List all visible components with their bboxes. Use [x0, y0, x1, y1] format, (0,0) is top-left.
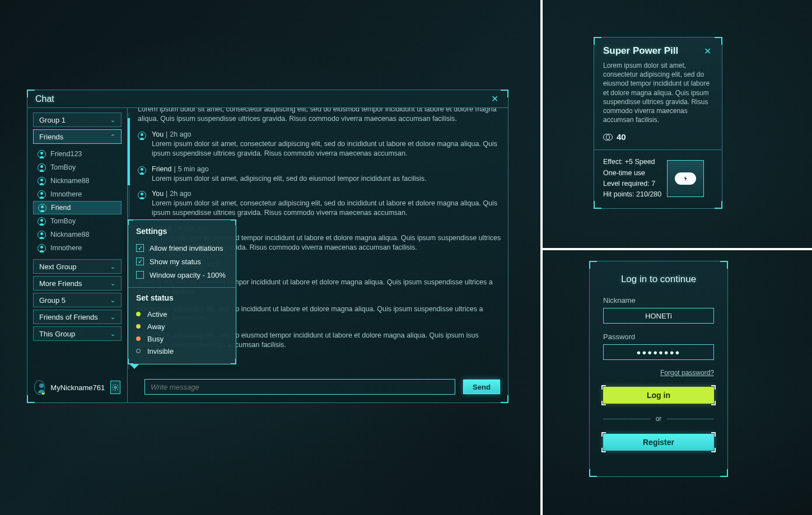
- status-option[interactable]: Invisible: [136, 345, 228, 357]
- status-option[interactable]: Away: [136, 320, 228, 333]
- avatar-icon: [138, 191, 146, 199]
- status-dot-icon: [136, 349, 141, 353]
- chevron-down-icon: ⌄: [110, 297, 115, 304]
- status-dot-icon: [41, 391, 45, 395]
- message: Lorem ipsum dolor sit amet, consectetur …: [138, 108, 502, 124]
- scrollbar-thumb[interactable]: [128, 118, 130, 185]
- item-title: Super Power Pill: [603, 45, 678, 57]
- password-label: Password: [603, 333, 714, 341]
- group-collapsed[interactable]: Group 5⌄: [33, 293, 122, 307]
- status-option[interactable]: Active: [136, 308, 228, 320]
- login-panel: Log in to continue Nickname Password For…: [589, 261, 728, 477]
- friend-item[interactable]: Friend123: [33, 147, 122, 161]
- message: Friend|5 min agoLorem ipsum dolor sit am…: [138, 165, 502, 184]
- avatar-icon: [38, 190, 46, 199]
- status-label: Active: [147, 310, 167, 319]
- or-divider: or: [603, 415, 714, 423]
- divider: [594, 149, 722, 150]
- group-collapsed[interactable]: More Friends⌄: [33, 276, 122, 291]
- login-button[interactable]: Log in: [603, 387, 714, 404]
- layout-divider-horizontal: [543, 248, 812, 250]
- message-time: 2h ago: [170, 190, 191, 198]
- status-label: Away: [147, 322, 165, 331]
- sidebar-footer: MyNickname761: [33, 377, 122, 398]
- price-value: 40: [617, 132, 626, 142]
- chat-title: Chat: [35, 94, 54, 104]
- friend-item[interactable]: Nickname88: [33, 228, 122, 241]
- status-dot-icon: [136, 324, 141, 329]
- friend-name: Friend123: [50, 150, 82, 158]
- chevron-down-icon: ⌄: [110, 263, 115, 270]
- setting-option[interactable]: Allow friend invitiations: [136, 241, 228, 255]
- item-price: 40: [603, 132, 713, 142]
- friend-item[interactable]: Nickname88: [33, 174, 122, 188]
- message-body: Lorem ipsum dolor sit amet, consectetur …: [152, 139, 502, 158]
- friend-item-selected[interactable]: Friend: [33, 201, 122, 214]
- friend-name: Imnothere: [50, 190, 82, 198]
- group-collapsed[interactable]: Friends of Friends⌄: [33, 310, 122, 324]
- stat-hp: Hit points: 210/280: [603, 189, 661, 200]
- group-label: Group 5: [39, 296, 66, 305]
- chevron-down-icon: ⌄: [110, 330, 115, 338]
- send-button[interactable]: Send: [463, 380, 500, 394]
- status-label: Invisible: [147, 347, 174, 355]
- friend-item[interactable]: TomBoy: [33, 214, 122, 228]
- chevron-up-icon: ⌃: [110, 133, 115, 141]
- my-avatar: [34, 380, 45, 395]
- message-meta: You|2h ago: [152, 130, 502, 138]
- gear-icon: [111, 383, 119, 391]
- chat-sidebar: Group 1 ⌄ Friends ⌃ Friend123 TomBoy Nic…: [27, 108, 127, 402]
- message-body: Lorem ipsum dolor sit amet, consectetur …: [138, 108, 502, 124]
- friend-name: TomBoy: [50, 163, 76, 171]
- friend-name: Friend: [51, 204, 71, 212]
- avatar-icon: [38, 177, 46, 185]
- close-icon[interactable]: ✕: [489, 93, 500, 105]
- setting-label: Allow friend invitiations: [150, 244, 223, 252]
- avatar-icon: [38, 204, 46, 212]
- status-option[interactable]: Busy: [136, 333, 228, 345]
- friend-name: Nickname88: [50, 177, 89, 185]
- message: You|2h agoLorem ipsum dolor sit amet, co…: [138, 130, 502, 158]
- setting-option[interactable]: Show my status: [136, 255, 228, 268]
- login-button-label: Log in: [647, 391, 670, 400]
- message-input[interactable]: [144, 379, 455, 395]
- password-input[interactable]: [603, 344, 714, 360]
- message-body: Lorem ipsum dolor sit amet, adipiscing e…: [152, 174, 502, 184]
- status-title: Set status: [136, 293, 228, 302]
- chat-header: Chat ✕: [27, 90, 508, 108]
- chevron-down-icon: ⌄: [110, 116, 115, 124]
- message-sender: You: [152, 190, 164, 198]
- friend-item[interactable]: TomBoy: [33, 161, 122, 174]
- settings-button[interactable]: [110, 381, 120, 394]
- group-collapsed[interactable]: This Group⌄: [33, 326, 122, 341]
- register-button[interactable]: Register: [603, 434, 714, 451]
- compose-row: Send: [128, 373, 508, 402]
- group-label: Friends: [39, 133, 63, 141]
- settings-popover: Settings Allow friend invitiations Show …: [128, 219, 236, 364]
- stat-effect: Effect: +5 Speed: [603, 157, 661, 167]
- group-label: More Friends: [39, 279, 82, 288]
- checkbox-icon: [136, 258, 144, 265]
- group-label: Group 1: [39, 116, 66, 124]
- avatar-icon: [38, 150, 46, 158]
- or-label: or: [656, 415, 662, 423]
- avatar-icon: [38, 163, 46, 172]
- friend-name: TomBoy: [50, 217, 76, 225]
- nickname-label: Nickname: [603, 296, 714, 305]
- message-sender: Friend: [152, 165, 171, 173]
- message-body: Lorem ipsum dolor sit amet, consectetur …: [152, 199, 502, 218]
- friend-item[interactable]: Imnothere: [33, 241, 122, 255]
- group-collapsed[interactable]: Next Group⌄: [33, 259, 122, 274]
- register-button-label: Register: [643, 438, 674, 447]
- friend-name: Imnothere: [50, 244, 82, 252]
- setting-option[interactable]: Window opacity - 100%: [136, 268, 228, 282]
- pill-icon: [675, 172, 696, 185]
- avatar-icon: [38, 244, 46, 252]
- group-friends-expanded[interactable]: Friends ⌃: [33, 129, 122, 144]
- friend-item[interactable]: Imnothere: [33, 188, 122, 201]
- nickname-input[interactable]: [603, 308, 714, 324]
- close-icon[interactable]: ✕: [702, 45, 713, 57]
- group-collapsed[interactable]: Group 1 ⌄: [33, 113, 122, 127]
- forgot-password-link[interactable]: Forgot password?: [603, 369, 714, 377]
- item-stats: Effect: +5 Speed One-time use Level requ…: [603, 157, 661, 200]
